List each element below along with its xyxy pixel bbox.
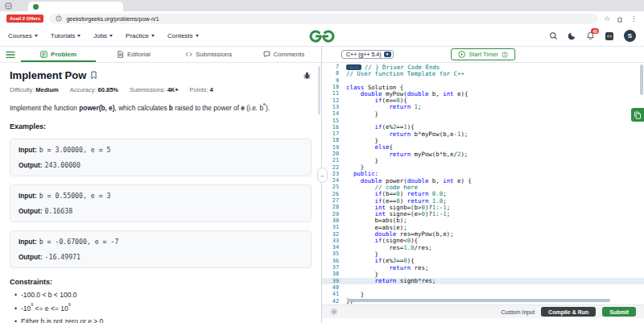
copy-icon bbox=[634, 111, 642, 119]
chrome-actions: ☆ ⋮ bbox=[604, 15, 638, 23]
problem-panel: Implement Pow Difficulty:MediumAccuracy:… bbox=[0, 63, 322, 323]
editor-horizontal-scrollbar[interactable] bbox=[348, 299, 610, 302]
settings-gear-icon[interactable] bbox=[330, 308, 338, 316]
line-number: 7 bbox=[322, 64, 346, 70]
submissions-icon bbox=[185, 51, 192, 58]
example-input: Input:b = -0.67000, e = -7 bbox=[19, 238, 303, 246]
submit-button[interactable]: Submit bbox=[602, 307, 636, 317]
browser-tab-strip bbox=[0, 0, 644, 11]
report-bug-icon[interactable] bbox=[303, 71, 312, 80]
offers-badge[interactable]: Avail 2 Offers bbox=[6, 14, 43, 23]
line-number: 20 bbox=[322, 151, 346, 157]
chevron-down-icon bbox=[35, 35, 38, 37]
line-number: 42 bbox=[322, 298, 346, 304]
line-number: 36 bbox=[322, 258, 346, 264]
bookmark-icon[interactable] bbox=[90, 71, 97, 80]
left-panel-scrollbar[interactable] bbox=[318, 66, 320, 114]
tab-editorial[interactable]: Editorial bbox=[96, 47, 171, 62]
examples-heading: Examples: bbox=[10, 122, 312, 130]
line-number: 13 bbox=[322, 104, 346, 110]
nav-item-jobs[interactable]: Jobs bbox=[93, 32, 113, 39]
copy-code-button[interactable] bbox=[631, 108, 644, 122]
line-number: 26 bbox=[322, 191, 346, 197]
browser-tab[interactable] bbox=[28, 2, 123, 11]
extensions-icon[interactable] bbox=[617, 15, 624, 23]
code-line-8[interactable]: 8// User function Template for C++ bbox=[322, 70, 644, 77]
hamburger-menu-icon[interactable] bbox=[0, 47, 21, 62]
line-number: 19 bbox=[322, 144, 346, 151]
code-line-14[interactable]: 14 } bbox=[322, 110, 644, 117]
constraint-3: Either b is not zero or e > 0. bbox=[14, 317, 312, 323]
nav-item-courses[interactable]: Courses bbox=[8, 32, 38, 39]
code-line-39[interactable]: 39 return signb*res; bbox=[322, 278, 644, 284]
gfg-app-icon[interactable] bbox=[605, 31, 614, 41]
tab-search-icon[interactable] bbox=[5, 2, 12, 10]
example-box-1: Input:b = 3.00000, e = 5Output:243.00000 bbox=[10, 139, 312, 176]
nav-item-label: Practice bbox=[126, 32, 149, 39]
editor-panel: 7···// } Driver Code Ends8// User functi… bbox=[322, 63, 644, 323]
editor-vertical-scrollbar[interactable] bbox=[640, 64, 643, 95]
chevron-down-icon: ▼ bbox=[384, 52, 391, 57]
line-number: 28 bbox=[322, 204, 346, 210]
splitter-handle[interactable]: ‹› bbox=[317, 168, 328, 183]
bookmark-star-icon[interactable]: ☆ bbox=[604, 15, 610, 23]
editor-header: C++ (g++ 5.4) ▼ Start Timer bbox=[322, 47, 644, 62]
code-line-41[interactable]: 41 } bbox=[322, 291, 644, 297]
site-info-icon[interactable] bbox=[56, 15, 62, 22]
chevron-down-icon bbox=[196, 35, 199, 37]
browser-menu-icon[interactable]: ⋮ bbox=[630, 15, 638, 23]
line-number: 10 bbox=[322, 84, 346, 90]
nav-item-contests[interactable]: Contests bbox=[167, 32, 199, 39]
user-avatar[interactable]: S bbox=[624, 30, 636, 42]
line-number: 21 bbox=[322, 157, 346, 164]
page-title: Implement Pow bbox=[10, 69, 97, 81]
custom-input-link[interactable]: Custom Input bbox=[501, 309, 535, 315]
notifications-bell[interactable]: 45 bbox=[586, 31, 595, 40]
line-number: 34 bbox=[322, 244, 346, 251]
example-box-3: Input:b = -0.67000, e = -7Output:-16.499… bbox=[10, 230, 312, 268]
constraint-2: -109 <= e <= 109 bbox=[14, 304, 312, 313]
nav-item-tutorials[interactable]: Tutorials bbox=[51, 32, 80, 39]
line-number: 12 bbox=[322, 97, 346, 104]
gfg-navbar: CoursesTutorialsJobsPracticeContests 45 … bbox=[0, 26, 644, 47]
code-line-40[interactable]: 40 bbox=[322, 284, 644, 291]
tab-submissions[interactable]: Submissions bbox=[171, 47, 246, 62]
code-line-21[interactable]: 21 } bbox=[322, 157, 644, 164]
nav-item-label: Tutorials bbox=[51, 32, 75, 39]
code-text: } bbox=[346, 110, 378, 118]
problem-icon bbox=[40, 51, 47, 58]
nav-item-practice[interactable]: Practice bbox=[126, 32, 155, 39]
url-text: geeksforgeeks.org/problems/pow-n/1 bbox=[66, 16, 159, 22]
line-number: 29 bbox=[322, 211, 346, 217]
example-input: Input:b = 3.00000, e = 5 bbox=[19, 146, 303, 154]
address-bar[interactable]: geeksforgeeks.org/problems/pow-n/1 bbox=[49, 14, 597, 24]
stat-submissions: Submissions:4K+ bbox=[130, 86, 179, 93]
tab-comments[interactable]: Comments bbox=[246, 47, 321, 62]
search-icon[interactable] bbox=[549, 31, 558, 40]
browser-address-row: Avail 2 Offers geeksforgeeks.org/problem… bbox=[0, 11, 644, 26]
line-number: 16 bbox=[322, 124, 346, 130]
notification-count-badge: 45 bbox=[591, 28, 599, 34]
examples-list: Input:b = 3.00000, e = 5Output:243.00000… bbox=[10, 139, 312, 268]
line-number: 31 bbox=[322, 224, 346, 230]
example-output: Output:0.16638 bbox=[19, 207, 303, 215]
nav-right: 45 S bbox=[549, 30, 636, 42]
code-editor[interactable]: 7···// } Driver Code Ends8// User functi… bbox=[322, 63, 644, 304]
tab-problem[interactable]: Problem bbox=[21, 47, 96, 62]
start-timer-button[interactable]: Start Timer bbox=[451, 48, 515, 60]
example-input: Input:b = 0.55000, e = 3 bbox=[19, 192, 303, 200]
chevron-down-icon bbox=[151, 35, 155, 37]
code-text: // User function Template for C++ bbox=[346, 70, 464, 77]
theme-toggle-icon[interactable] bbox=[568, 31, 576, 40]
line-number: 18 bbox=[322, 137, 346, 143]
problem-title-text: Implement Pow bbox=[10, 69, 86, 81]
stat-points: Points:4 bbox=[190, 86, 213, 93]
start-timer-label: Start Timer bbox=[469, 51, 498, 58]
line-number: 39 bbox=[322, 278, 346, 284]
line-number: 15 bbox=[322, 118, 346, 124]
line-number: 32 bbox=[322, 231, 346, 238]
gfg-logo[interactable] bbox=[305, 29, 339, 43]
line-number: 37 bbox=[322, 264, 346, 271]
compile-run-button[interactable]: Compile & Run bbox=[541, 307, 596, 317]
language-select[interactable]: C++ (g++ 5.4) ▼ bbox=[341, 50, 394, 59]
